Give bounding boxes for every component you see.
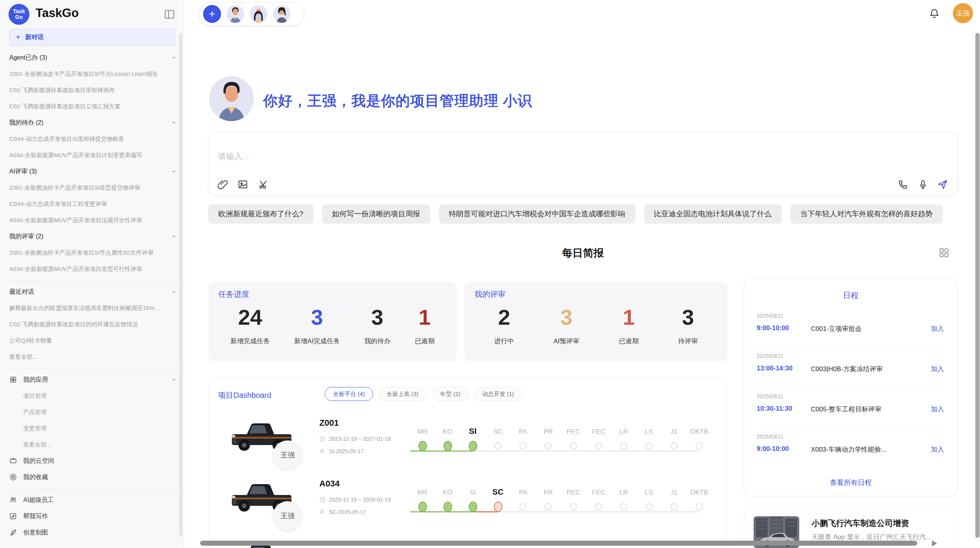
schedule-item[interactable]: 2025/03/1113:00-14:30C003|H0B-方案冻结评审加入 — [744, 348, 957, 389]
layout-grid-icon[interactable] — [938, 247, 950, 259]
project-row[interactable]: 王强Z0012023-12-19 ~ 2027-01-19SI-2025-05-… — [209, 415, 726, 476]
dashboard-tab[interactable]: 全新上装 (3) — [379, 387, 427, 401]
suggestion-chip[interactable]: 当下年轻人对汽车外观有怎样的喜好趋势 — [790, 204, 943, 224]
sidebar-section-header[interactable]: 我的评审 (2) — [9, 228, 177, 245]
milestone-label: LS — [636, 477, 661, 499]
sidebar-item[interactable]: C0X4-动力总成开发项目工程变更评审 — [9, 196, 177, 212]
sidebar-item[interactable]: A034-全新新能源MUV产品开发项目法规符合性评审 — [9, 212, 177, 228]
milestone-label: FEC — [586, 477, 611, 499]
stat-value: 3 — [678, 305, 698, 330]
schedule-time: 10:30-11:30 — [757, 405, 792, 413]
join-meeting-link[interactable]: 加入 — [931, 445, 944, 454]
writing-icon — [9, 512, 17, 520]
suggestion-chip[interactable]: 比亚迪全固态电池计划具体说了什么 — [644, 204, 782, 224]
sidebar-item[interactable]: C0X4-动力总成开发项目SI里程碑提交物检查 — [9, 131, 177, 147]
scroll-right-arrow-icon[interactable] — [932, 540, 937, 546]
schedule-item[interactable]: 2025/03/119:00-10:00X003-车辆动力学性能验...加入 — [744, 429, 957, 469]
app-sub-item[interactable]: 产品管理 — [9, 404, 177, 420]
dashboard-tab[interactable]: 年型 (2) — [432, 387, 469, 401]
sidebar-section-recent[interactable]: 最近对话 — [9, 284, 177, 300]
milestone-label: J1 — [661, 477, 687, 499]
sidebar-item[interactable]: A034-全新新能源MUV产品开发项目造型可行性评审 — [9, 261, 177, 277]
horizontal-scrollbar-thumb[interactable] — [200, 541, 917, 546]
milestone-label: SI — [460, 416, 485, 438]
recent-view-all[interactable]: 查看全部... — [9, 349, 177, 365]
image-icon[interactable] — [238, 179, 248, 190]
sidebar-item[interactable]: Z001-全新燃油轻卡产品开发项目SI节点属性5D文件评审 — [9, 245, 177, 261]
sidebar-item[interactable]: C02-飞腾新能源轻客改款项目里程碑画布 — [9, 82, 177, 98]
app-sub-item[interactable]: 变更管理 — [9, 420, 177, 437]
attach-file-icon[interactable] — [217, 179, 228, 190]
microphone-icon[interactable] — [918, 179, 928, 190]
stat-item: 3AI预评审 — [553, 305, 579, 346]
sidebar-section-header[interactable]: AI评审 (3) — [9, 163, 177, 180]
favorites-icon — [9, 473, 17, 481]
view-all-schedule-link[interactable]: 查看所有日程 — [744, 478, 957, 487]
schedule-item[interactable]: 2025/03/1110:30-11:30C005-整车工程目标评审加入 — [744, 389, 957, 429]
new-conversation-button[interactable]: + — [203, 5, 221, 23]
project-date-range: 2023-12-19 ~ 2026-01-19 — [319, 497, 391, 503]
scissors-icon[interactable] — [258, 179, 269, 190]
join-meeting-link[interactable]: 加入 — [931, 365, 944, 373]
sidebar-item-favorites[interactable]: 我的收藏 — [9, 469, 177, 485]
join-meeting-link[interactable]: 加入 — [931, 324, 944, 333]
milestone-label: MR — [410, 477, 435, 499]
recent-conversation-item[interactable]: C02-飞腾新能源轻客改款项目的闭环通告反馈情况 — [9, 316, 177, 332]
sidebar-item-help-me-write[interactable]: 帮我写作 — [9, 508, 177, 524]
sidebar-item-ai-super-staff[interactable]: AI超级员工 — [9, 492, 177, 508]
sidebar-section-header[interactable]: 我的待办 (2) — [9, 115, 177, 131]
new-chat-label: 新对话 — [25, 33, 44, 41]
schedule-meeting-title: C001-立项审批会 — [811, 324, 862, 333]
milestone: SI — [460, 416, 485, 454]
milestone-dot — [494, 442, 502, 450]
send-icon[interactable] — [937, 179, 948, 190]
chat-input[interactable]: 请输入... — [218, 151, 249, 162]
avatar[interactable] — [226, 5, 244, 23]
user-avatar[interactable]: 王强 — [953, 3, 973, 23]
sidebar-collapse-icon[interactable] — [164, 9, 175, 20]
sidebar-item[interactable]: A034-全新新能源MUV产品开发项目计划变更表编写 — [9, 147, 177, 163]
phone-call-icon[interactable] — [898, 179, 908, 190]
join-meeting-link[interactable]: 加入 — [931, 405, 944, 414]
milestone: PA — [511, 416, 536, 454]
sidebar-item[interactable]: Z001-全新燃油皮卡产品开发项目SI节点Lesson Learn报告 — [9, 66, 177, 82]
milestone: PEC — [561, 477, 586, 514]
recent-conversation-item[interactable]: 解释最新出台的欧盟报废车法规再生塑料比例被调至15%... — [9, 300, 177, 316]
project-row[interactable]: 王强A0342023-12-19 ~ 2026-01-19SC-2025-05-… — [209, 476, 726, 536]
apps-view-all[interactable]: 查看全部... — [9, 437, 177, 453]
suggestion-chip[interactable]: 欧洲新规最近颁布了什么? — [208, 204, 314, 224]
app-sub-item[interactable]: 项目管理 — [9, 388, 177, 404]
sidebar-scrollbar-thumb[interactable] — [179, 33, 182, 536]
section-title: 我的评审 (2) — [9, 233, 43, 241]
milestone-dot — [444, 441, 452, 451]
vertical-scrollbar-thumb[interactable] — [975, 33, 980, 538]
taskgo-logo: Task Go — [9, 4, 29, 25]
milestone: KO — [435, 477, 460, 514]
sidebar-item-my-apps[interactable]: 我的应用 — [9, 372, 177, 388]
sidebar-item[interactable]: Z001-全新燃油轻卡产品开发项目SI造型提交物评审 — [9, 180, 177, 196]
dashboard-tab[interactable]: 全新平台 (4) — [325, 387, 373, 401]
dashboard-tab[interactable]: 动总开发 (1) — [474, 387, 523, 401]
milestone-dot-wrapper — [410, 499, 435, 514]
divider — [9, 368, 177, 368]
sidebar-item-creative-drawing[interactable]: 创意制图 — [9, 524, 177, 541]
recent-conversation-item[interactable]: 公司Q3轻卡销量 — [9, 332, 177, 349]
notifications-bell-icon[interactable] — [929, 8, 940, 19]
recent-title: 最近对话 — [9, 288, 34, 296]
stat-card-title: 任务进度 — [218, 289, 447, 300]
chevron-up-icon — [171, 120, 177, 126]
milestone-label: OKTB — [687, 477, 712, 499]
flag-text: SI-2025-05-17 — [329, 448, 364, 454]
avatar[interactable] — [250, 5, 267, 23]
milestone-dot — [545, 503, 552, 510]
avatar[interactable] — [273, 5, 291, 23]
schedule-item[interactable]: 2025/03/119:00-10:00C001-立项审批会加入 — [744, 308, 957, 348]
milestone-dot — [418, 502, 427, 512]
sidebar-section-header[interactable]: Agent已办 (3) — [9, 50, 177, 66]
milestone-dot-wrapper — [611, 499, 636, 514]
suggestion-chip[interactable]: 如何写一份清晰的项目周报 — [322, 204, 430, 224]
suggestion-chip[interactable]: 特朗普可能对进口汽车增税会对中国车企造成哪些影响 — [439, 204, 636, 224]
sidebar-item-cloud-space[interactable]: 我的云空间 — [9, 453, 177, 469]
sidebar-item[interactable]: C02-飞腾新能源轻客改款项目立项汇报方案 — [9, 98, 177, 115]
new-chat-button[interactable]: + 新对话 — [9, 29, 175, 46]
